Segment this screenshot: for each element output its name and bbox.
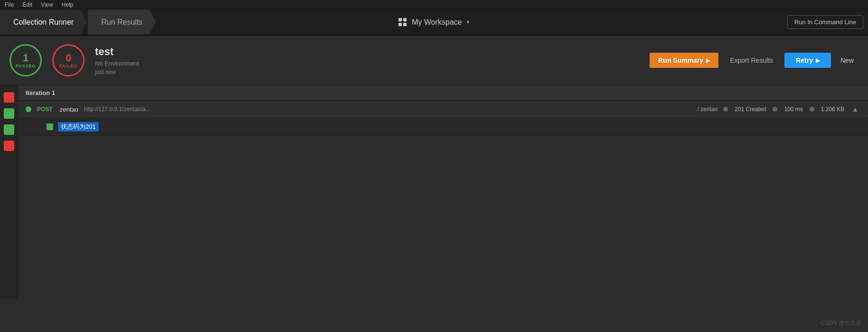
response-status: 201 Created bbox=[735, 106, 766, 113]
tab-collection-runner[interactable]: Collection Runner bbox=[0, 9, 87, 35]
passed-count: 1 bbox=[23, 53, 28, 63]
tab-bar: Collection Runner Run Results My Workspa… bbox=[0, 9, 868, 36]
tab-collection-runner-label: Collection Runner bbox=[13, 18, 74, 27]
results-main: Iteration 1 POST zentao http://127.0.0.1… bbox=[18, 85, 868, 299]
request-method: POST bbox=[37, 106, 54, 113]
retry-arrow-icon: ▶ bbox=[816, 57, 820, 64]
sidebar-icon-red-2[interactable] bbox=[4, 141, 14, 151]
sidebar-icons bbox=[0, 85, 18, 299]
watermark: CSDN @虫无涯 bbox=[821, 319, 861, 327]
expand-icon[interactable]: ▲ bbox=[850, 105, 860, 113]
sidebar-icon-green-2[interactable] bbox=[4, 124, 14, 135]
table-row[interactable]: POST zentao http://127.0.0.1/zentao/a...… bbox=[18, 101, 868, 118]
tab-bar-right: Run In Command Line bbox=[787, 15, 868, 29]
workspace-selector[interactable]: My Workspace ▾ bbox=[398, 18, 470, 27]
workspace-label: My Workspace bbox=[412, 18, 462, 27]
passed-counter: 1 PASSED bbox=[9, 44, 42, 76]
iteration-label: Iteration 1 bbox=[26, 89, 55, 96]
run-info-actions: Run Summary ▶ Export Results Retry ▶ New bbox=[650, 53, 859, 68]
failed-count: 0 bbox=[66, 53, 71, 63]
sidebar-icon-green-1[interactable] bbox=[4, 108, 14, 119]
failed-counter: 0 FAILED bbox=[52, 44, 85, 76]
environment-label: No Environment bbox=[95, 60, 139, 67]
tab-run-results-label: Run Results bbox=[101, 18, 142, 27]
menu-help[interactable]: Help bbox=[62, 1, 74, 8]
tab-run-results[interactable]: Run Results bbox=[88, 9, 156, 35]
new-button[interactable]: New bbox=[836, 53, 859, 68]
menu-bar: File Edit View Help bbox=[0, 0, 868, 9]
request-url: http://127.0.0.1/zentao/a... bbox=[84, 106, 692, 113]
menu-view[interactable]: View bbox=[41, 1, 53, 8]
sidebar-icon-red-1[interactable] bbox=[4, 92, 14, 103]
status-dot bbox=[723, 107, 728, 112]
retry-label: Retry bbox=[796, 57, 813, 64]
time-dot bbox=[773, 107, 777, 112]
run-summary-label: Run Summary bbox=[658, 57, 703, 64]
test-name: test bbox=[95, 46, 139, 58]
test-name-label: 状态码为201 bbox=[58, 122, 99, 132]
export-results-button[interactable]: Export Results bbox=[723, 53, 780, 68]
grid-icon bbox=[398, 18, 407, 27]
run-summary-button[interactable]: Run Summary ▶ bbox=[650, 53, 718, 68]
menu-file[interactable]: File bbox=[5, 1, 14, 8]
failed-label: FAILED bbox=[59, 64, 77, 68]
iteration-header: Iteration 1 bbox=[18, 85, 868, 101]
run-title-block: test No Environment just now bbox=[95, 46, 139, 76]
workspace-chevron-icon: ▾ bbox=[467, 19, 470, 25]
time-ago-label: just now bbox=[95, 69, 139, 76]
size-dot bbox=[810, 107, 814, 112]
passed-label: PASSED bbox=[16, 64, 36, 68]
run-command-button[interactable]: Run In Command Line bbox=[787, 15, 863, 29]
run-info-bar: 1 PASSED 0 FAILED test No Environment ju… bbox=[0, 36, 868, 85]
menu-edit[interactable]: Edit bbox=[22, 1, 32, 8]
response-time: 100 ms bbox=[784, 106, 802, 113]
request-status-dot bbox=[26, 106, 31, 112]
run-summary-arrow-icon: ▶ bbox=[706, 57, 710, 64]
request-path: / zentao bbox=[698, 106, 718, 113]
test-status-box bbox=[47, 123, 53, 130]
list-item: 状态码为201 bbox=[18, 118, 868, 136]
request-name: zentao bbox=[60, 106, 78, 113]
request-meta: 201 Created 100 ms 1.206 KB bbox=[723, 106, 844, 113]
results-area: Iteration 1 POST zentao http://127.0.0.1… bbox=[0, 85, 868, 299]
response-size: 1.206 KB bbox=[821, 106, 844, 113]
retry-button[interactable]: Retry ▶ bbox=[784, 53, 831, 68]
